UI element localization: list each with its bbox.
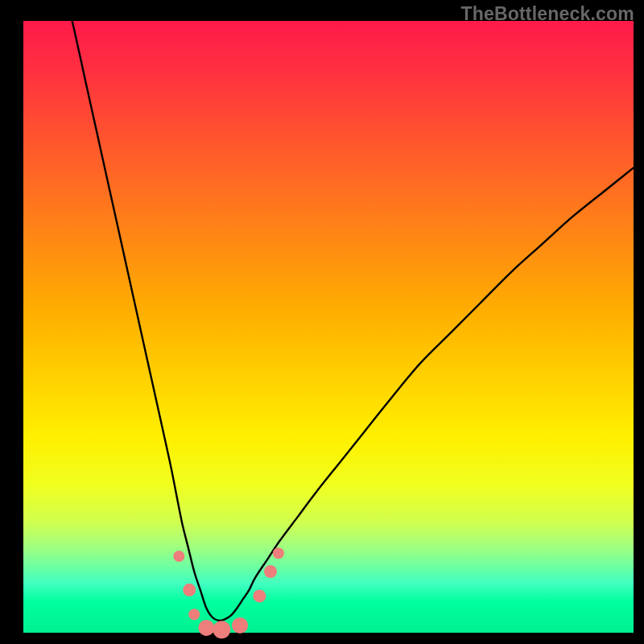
attribution-watermark: TheBottleneck.com	[460, 3, 634, 25]
chart-container: TheBottleneck.com	[0, 0, 644, 644]
plot-gradient-background	[23, 21, 634, 633]
